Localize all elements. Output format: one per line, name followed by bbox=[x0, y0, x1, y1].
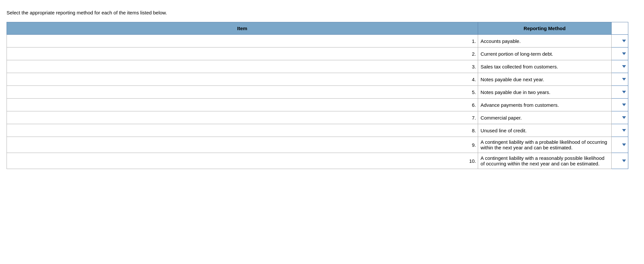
method-select-5[interactable]: Current LiabilityLong-term LiabilityDisc… bbox=[615, 88, 625, 96]
table-row: 6.Advance payments from customers.Curren… bbox=[7, 99, 628, 111]
row-item-5: Notes payable due in two years. bbox=[478, 86, 611, 99]
method-select-3[interactable]: Current LiabilityLong-term LiabilityDisc… bbox=[615, 63, 625, 70]
row-method-10[interactable]: Current LiabilityLong-term LiabilityDisc… bbox=[612, 153, 628, 169]
method-select-4[interactable]: Current LiabilityLong-term LiabilityDisc… bbox=[615, 75, 625, 83]
row-num-4: 4. bbox=[7, 73, 478, 86]
row-num-1: 1. bbox=[7, 35, 478, 47]
row-method-8[interactable]: Current LiabilityLong-term LiabilityDisc… bbox=[612, 124, 628, 137]
table-row: 10.A contingent liability with a reasona… bbox=[7, 153, 628, 169]
table-row: 8.Unused line of credit.Current Liabilit… bbox=[7, 124, 628, 137]
table-row: 1.Accounts payable.Current LiabilityLong… bbox=[7, 35, 628, 47]
row-item-4: Notes payable due next year. bbox=[478, 73, 611, 86]
row-method-6[interactable]: Current LiabilityLong-term LiabilityDisc… bbox=[612, 99, 628, 111]
row-item-2: Current portion of long-term debt. bbox=[478, 47, 611, 60]
reporting-table: Item Reporting Method 1.Accounts payable… bbox=[7, 22, 628, 169]
method-select-9[interactable]: Current LiabilityLong-term LiabilityDisc… bbox=[615, 141, 625, 149]
row-method-4[interactable]: Current LiabilityLong-term LiabilityDisc… bbox=[612, 73, 628, 86]
row-item-7: Commercial paper. bbox=[478, 111, 611, 124]
row-item-9: A contingent liability with a probable l… bbox=[478, 137, 611, 153]
method-select-10[interactable]: Current LiabilityLong-term LiabilityDisc… bbox=[615, 157, 625, 165]
row-item-1: Accounts payable. bbox=[478, 35, 611, 47]
method-select-6[interactable]: Current LiabilityLong-term LiabilityDisc… bbox=[615, 101, 625, 109]
instruction-text: Select the appropriate reporting method … bbox=[7, 10, 637, 15]
row-num-3: 3. bbox=[7, 60, 478, 73]
table-row: 3.Sales tax collected from customers.Cur… bbox=[7, 60, 628, 73]
main-table-container: Item Reporting Method 1.Accounts payable… bbox=[7, 22, 628, 169]
row-num-7: 7. bbox=[7, 111, 478, 124]
row-num-8: 8. bbox=[7, 124, 478, 137]
row-item-6: Advance payments from customers. bbox=[478, 99, 611, 111]
table-row: 5.Notes payable due in two years.Current… bbox=[7, 86, 628, 99]
row-method-2[interactable]: Current LiabilityLong-term LiabilityDisc… bbox=[612, 47, 628, 60]
method-select-8[interactable]: Current LiabilityLong-term LiabilityDisc… bbox=[615, 126, 625, 134]
row-num-5: 5. bbox=[7, 86, 478, 99]
row-num-10: 10. bbox=[7, 153, 478, 169]
item-column-header: Item bbox=[7, 22, 478, 35]
table-row: 4.Notes payable due next year.Current Li… bbox=[7, 73, 628, 86]
row-num-9: 9. bbox=[7, 137, 478, 153]
method-select-2[interactable]: Current LiabilityLong-term LiabilityDisc… bbox=[615, 50, 625, 58]
row-item-10: A contingent liability with a reasonably… bbox=[478, 153, 611, 169]
row-num-6: 6. bbox=[7, 99, 478, 111]
row-method-5[interactable]: Current LiabilityLong-term LiabilityDisc… bbox=[612, 86, 628, 99]
row-method-7[interactable]: Current LiabilityLong-term LiabilityDisc… bbox=[612, 111, 628, 124]
row-num-2: 2. bbox=[7, 47, 478, 60]
table-row: 7.Commercial paper.Current LiabilityLong… bbox=[7, 111, 628, 124]
row-item-8: Unused line of credit. bbox=[478, 124, 611, 137]
row-item-3: Sales tax collected from customers. bbox=[478, 60, 611, 73]
method-select-1[interactable]: Current LiabilityLong-term LiabilityDisc… bbox=[615, 37, 625, 45]
table-row: 9.A contingent liability with a probable… bbox=[7, 137, 628, 153]
method-column-header: Reporting Method bbox=[478, 22, 611, 35]
row-method-3[interactable]: Current LiabilityLong-term LiabilityDisc… bbox=[612, 60, 628, 73]
row-method-9[interactable]: Current LiabilityLong-term LiabilityDisc… bbox=[612, 137, 628, 153]
row-method-1[interactable]: Current LiabilityLong-term LiabilityDisc… bbox=[612, 35, 628, 47]
table-row: 2.Current portion of long-term debt.Curr… bbox=[7, 47, 628, 60]
method-select-7[interactable]: Current LiabilityLong-term LiabilityDisc… bbox=[615, 114, 625, 122]
